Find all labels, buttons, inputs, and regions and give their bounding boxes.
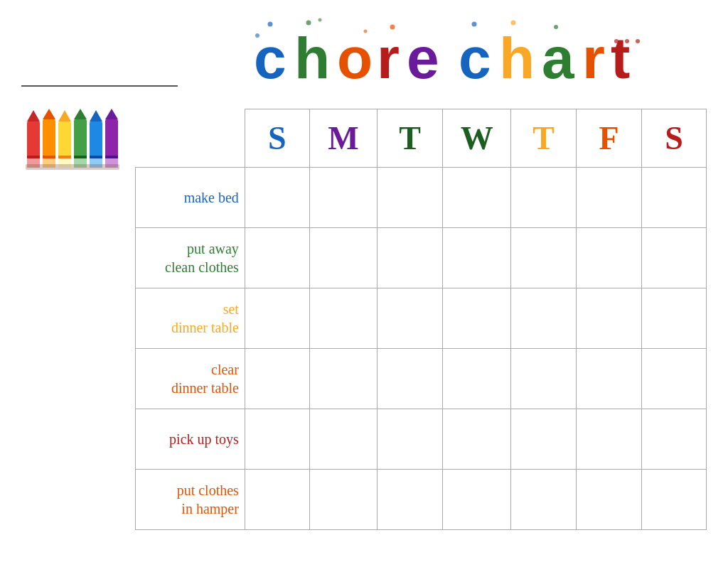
header-sunday1: S — [245, 109, 309, 168]
table-row: make bed — [136, 168, 707, 228]
clear-dinner-T2 — [511, 349, 577, 409]
header-monday: M — [309, 109, 377, 168]
chore-set-dinner-label: setdinner table — [136, 288, 245, 349]
title-e1: e — [407, 26, 439, 90]
clear-dinner-W — [443, 349, 511, 409]
table-row: put awayclean clothes — [136, 228, 707, 288]
svg-point-4 — [390, 25, 395, 30]
svg-marker-29 — [90, 110, 102, 121]
svg-point-5 — [364, 30, 368, 33]
svg-point-11 — [636, 39, 640, 43]
pick-up-M — [309, 409, 377, 470]
svg-point-6 — [472, 22, 477, 27]
pick-up-T2 — [511, 409, 577, 470]
clear-dinner-F — [577, 349, 642, 409]
svg-rect-35 — [105, 156, 118, 158]
title-r: r — [377, 26, 400, 90]
header-wednesday: W — [443, 109, 511, 168]
put-away-M — [309, 228, 377, 288]
header-empty-cell — [136, 109, 245, 168]
put-clothes-M — [309, 470, 377, 530]
put-clothes-S1 — [245, 470, 309, 530]
put-away-W — [443, 228, 511, 288]
make-bed-T1 — [378, 168, 443, 228]
put-clothes-W — [443, 470, 511, 530]
svg-rect-19 — [43, 156, 55, 158]
svg-marker-13 — [27, 110, 40, 121]
chore-rows: make bed put awayclean clothes — [136, 168, 707, 530]
header-saturday: S — [641, 109, 706, 168]
table-row: cleardinner table — [136, 349, 707, 409]
table-row: put clothesin hamper — [136, 470, 707, 530]
svg-point-10 — [614, 39, 619, 43]
chore-put-away-label: put awayclean clothes — [136, 228, 245, 288]
header-friday: F — [577, 109, 642, 168]
title-a: a — [542, 26, 575, 90]
title-t: t — [611, 26, 630, 90]
svg-point-8 — [554, 25, 558, 29]
set-dinner-S1 — [245, 288, 309, 349]
header-tuesday: T — [378, 109, 443, 168]
table-row: pick up toys — [136, 409, 707, 470]
svg-point-9 — [625, 39, 629, 43]
clear-dinner-M — [309, 349, 377, 409]
chore-clear-dinner-label: cleardinner table — [136, 349, 245, 409]
set-dinner-M — [309, 288, 377, 349]
name-line — [21, 85, 178, 87]
put-away-T1 — [378, 228, 443, 288]
crayons-area — [21, 109, 135, 530]
svg-point-1 — [255, 33, 259, 38]
put-clothes-T2 — [511, 470, 577, 530]
clear-dinner-T1 — [378, 349, 443, 409]
clear-dinner-S1 — [245, 349, 309, 409]
pick-up-T1 — [378, 409, 443, 470]
pick-up-W — [443, 409, 511, 470]
svg-rect-27 — [74, 156, 87, 158]
make-bed-W — [443, 168, 511, 228]
title-ch: c — [459, 26, 491, 90]
crayons-icon — [23, 109, 127, 180]
title-rt: r — [582, 26, 605, 90]
chore-pick-up-toys-label: pick up toys — [136, 409, 245, 470]
put-clothes-S2 — [641, 470, 706, 530]
title-ha: h — [499, 26, 535, 90]
header: c h o r e c h a r t — [21, 14, 707, 96]
put-clothes-F — [577, 470, 642, 530]
chart-table: S M T W T F S make bed — [135, 109, 707, 530]
chore-put-clothes-label: put clothesin hamper — [136, 470, 245, 530]
svg-point-2 — [306, 21, 311, 26]
svg-point-0 — [268, 22, 273, 27]
page: c h o r e c h a r t — [0, 0, 728, 562]
put-away-S2 — [641, 228, 706, 288]
title-h: h — [294, 26, 330, 90]
set-dinner-T1 — [378, 288, 443, 349]
title-svg: c h o r e c h a r t — [250, 14, 663, 92]
make-bed-M — [309, 168, 377, 228]
clear-dinner-S2 — [641, 349, 706, 409]
svg-rect-31 — [90, 156, 102, 158]
svg-rect-36 — [26, 164, 119, 170]
svg-rect-15 — [27, 156, 40, 158]
svg-point-7 — [511, 21, 516, 26]
set-dinner-W — [443, 288, 511, 349]
make-bed-S2 — [641, 168, 706, 228]
svg-rect-23 — [58, 156, 71, 158]
put-away-T2 — [511, 228, 577, 288]
svg-marker-17 — [43, 109, 55, 119]
title-o1: o — [337, 26, 373, 90]
table-row: setdinner table — [136, 288, 707, 349]
set-dinner-S2 — [641, 288, 706, 349]
name-line-area — [21, 85, 206, 92]
header-thursday: T — [511, 109, 577, 168]
set-dinner-T2 — [511, 288, 577, 349]
day-header-row: S M T W T F S — [136, 109, 707, 168]
set-dinner-F — [577, 288, 642, 349]
make-bed-T2 — [511, 168, 577, 228]
put-away-F — [577, 228, 642, 288]
svg-marker-25 — [74, 109, 87, 119]
svg-marker-21 — [58, 110, 71, 121]
pick-up-S2 — [641, 409, 706, 470]
main-content: S M T W T F S make bed — [21, 109, 707, 530]
make-bed-S1 — [245, 168, 309, 228]
pick-up-F — [577, 409, 642, 470]
